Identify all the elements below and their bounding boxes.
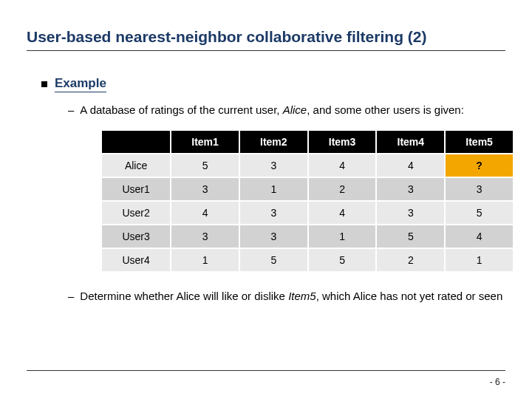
bullet-1: – A database of ratings of the current u… [41, 103, 505, 117]
cell: 5 [376, 225, 445, 248]
cell: 5 [171, 154, 239, 177]
bullet-2-item: Item5 [288, 290, 316, 302]
cell: 1 [445, 248, 514, 272]
cell: 3 [171, 177, 239, 201]
table-row: User243435 [101, 201, 514, 225]
dash-bullet-icon: – [68, 289, 74, 304]
col-header: Item4 [376, 130, 445, 154]
cell: 5 [239, 248, 308, 272]
ratings-table: Item1 Item2 Item3 Item4 Item5 Alice5344?… [100, 129, 514, 273]
section-heading: Example [55, 76, 106, 92]
page-title: User-based nearest-neighbor collaborativ… [27, 28, 505, 51]
cell: 4 [308, 154, 377, 177]
bullet-2-post: , which Alice has not yet rated or seen [316, 290, 503, 302]
ratings-table-wrap: Item1 Item2 Item3 Item4 Item5 Alice5344?… [100, 129, 514, 273]
bullet-2-pre: Determine whether Alice will like or dis… [80, 290, 288, 302]
cell: 3 [239, 201, 308, 225]
section: Example – A database of ratings of the c… [27, 76, 505, 303]
cell: 3 [239, 225, 308, 248]
table-row: User131233 [101, 177, 514, 201]
bullet-1-post: , and some other users is given: [307, 103, 464, 116]
cell: 3 [376, 201, 445, 225]
cell: 4 [445, 225, 514, 248]
table-row: User415521 [101, 248, 514, 272]
row-header: Alice [101, 154, 171, 177]
cell: 4 [171, 201, 239, 225]
cell: 1 [308, 225, 377, 248]
cell: 1 [239, 177, 308, 201]
cell: 2 [308, 177, 377, 201]
cell: 5 [445, 201, 514, 225]
row-header: User2 [101, 201, 171, 225]
cell: 3 [445, 177, 514, 201]
cell: 3 [376, 177, 445, 201]
cell: ? [445, 154, 514, 177]
page-number: - 6 - [490, 377, 505, 387]
cell: 3 [171, 225, 239, 248]
col-header: Item5 [445, 130, 514, 154]
cell: 4 [376, 154, 445, 177]
row-header: User4 [101, 248, 171, 272]
bullet-2: – Determine whether Alice will like or d… [41, 289, 505, 304]
col-header: Item3 [308, 130, 377, 154]
cell: 2 [376, 248, 445, 272]
row-header: User1 [101, 177, 171, 201]
table-row: User333154 [101, 225, 514, 248]
table-row: Alice5344? [101, 154, 514, 177]
col-header: Item1 [171, 130, 239, 154]
footer-rule [27, 370, 505, 371]
bullet-1-text: A database of ratings of the current use… [80, 103, 463, 117]
table-header-row: Item1 Item2 Item3 Item4 Item5 [101, 130, 514, 154]
dash-bullet-icon: – [68, 103, 74, 117]
table-header-blank [101, 130, 171, 154]
section-heading-row: Example [41, 76, 505, 92]
square-bullet-icon [41, 81, 47, 87]
cell: 4 [308, 201, 377, 225]
cell: 5 [308, 248, 377, 272]
bullet-2-text: Determine whether Alice will like or dis… [80, 289, 502, 304]
col-header: Item2 [239, 130, 308, 154]
cell: 3 [239, 154, 308, 177]
bullet-1-user: Alice [283, 103, 307, 116]
cell: 1 [171, 248, 239, 272]
row-header: User3 [101, 225, 171, 248]
slide: User-based nearest-neighbor collaborativ… [0, 0, 532, 399]
bullet-1-pre: A database of ratings of the current use… [80, 103, 282, 116]
